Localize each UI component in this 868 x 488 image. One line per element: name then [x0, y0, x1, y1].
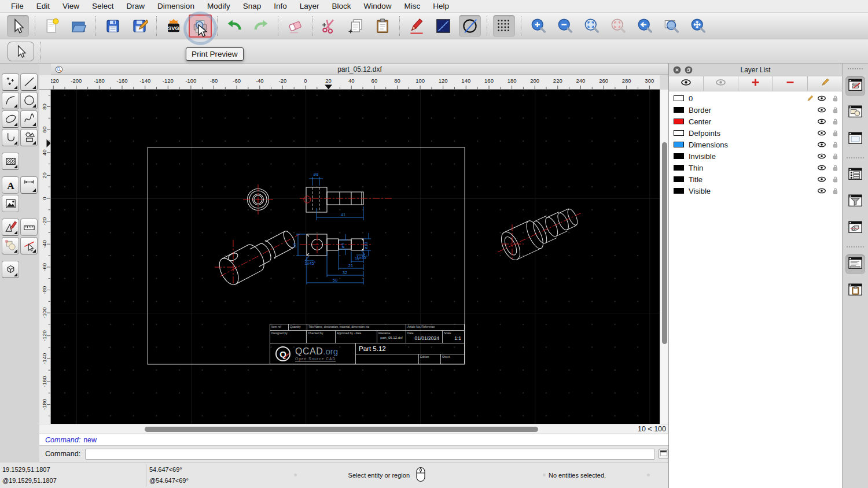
show-all-layers-button[interactable] — [669, 76, 704, 91]
arc-tools-button[interactable] — [2, 92, 19, 109]
hide-all-layers-button[interactable] — [704, 76, 738, 91]
open-drawing-button[interactable] — [68, 15, 90, 37]
clipboard-toggle-button[interactable] — [845, 281, 865, 301]
layer-visibility-eye-icon[interactable] — [817, 94, 826, 103]
layer-lock-icon[interactable] — [831, 175, 840, 184]
zoom-out-button[interactable] — [554, 15, 576, 37]
hatch-tool-button[interactable] — [2, 153, 19, 170]
image-tool-button[interactable] — [2, 195, 19, 212]
library-browser-toggle-button[interactable] — [845, 219, 865, 238]
line-settings-button[interactable] — [432, 15, 454, 37]
menu-help[interactable]: Help — [426, 0, 455, 13]
layer-visibility-eye-icon[interactable] — [817, 128, 826, 138]
sketch-tools-button[interactable] — [2, 219, 19, 236]
copy-button[interactable] — [345, 15, 367, 37]
edit-layer-button[interactable] — [808, 76, 842, 91]
modify-tools-button[interactable] — [2, 237, 19, 254]
dimension-tools-button[interactable] — [20, 176, 38, 194]
save-drawing-button[interactable] — [102, 15, 124, 37]
text-tool-button[interactable]: A — [2, 176, 19, 194]
selection-pointer-button[interactable] — [8, 42, 34, 61]
drawing-canvas[interactable]: ø8 41 18 ø9 ø10 1x45° 1x45° 11 21 32 50 … — [51, 90, 660, 424]
layer-panel-header[interactable]: Layer List — [669, 64, 842, 76]
construction-mode-button[interactable] — [459, 15, 481, 37]
layer-lock-icon[interactable] — [831, 94, 840, 103]
point-tools-button[interactable] — [2, 73, 19, 91]
layer-lock-icon[interactable] — [831, 164, 840, 172]
viewport-tools-button[interactable] — [2, 261, 19, 278]
grid-toggle-button[interactable] — [493, 15, 515, 37]
command-options-button[interactable] — [659, 449, 668, 459]
measure-tools-button[interactable] — [20, 219, 38, 236]
menu-misc[interactable]: Misc — [398, 0, 427, 13]
redo-button[interactable] — [250, 15, 272, 37]
menu-layer[interactable]: Layer — [293, 0, 326, 13]
add-layer-button[interactable] — [738, 76, 773, 91]
undo-button[interactable] — [223, 15, 245, 37]
spline-tools-button[interactable] — [20, 110, 38, 128]
layer-lock-icon[interactable] — [831, 187, 840, 195]
menu-select[interactable]: Select — [86, 0, 120, 13]
layer-visibility-eye-icon[interactable] — [817, 186, 826, 195]
polyline-tools-button[interactable] — [2, 129, 19, 146]
layer-visibility-eye-icon[interactable] — [817, 117, 826, 126]
draw-order-button[interactable] — [406, 15, 428, 37]
zoom-in-button[interactable] — [527, 15, 549, 37]
close-panel-icon[interactable] — [672, 65, 682, 75]
delete-entities-button[interactable] — [284, 15, 306, 37]
layer-row-Thin[interactable]: Thin — [669, 162, 842, 173]
menu-modify[interactable]: Modify — [201, 0, 237, 13]
layer-row-Visible[interactable]: Visible — [669, 185, 842, 197]
layer-lock-icon[interactable] — [831, 117, 840, 126]
print-preview-button[interactable]: Print Preview — [189, 15, 211, 37]
float-panel-icon[interactable] — [684, 65, 693, 75]
new-drawing-button[interactable] — [41, 15, 63, 37]
vertical-scrollbar[interactable] — [660, 90, 668, 424]
menu-draw[interactable]: Draw — [120, 0, 152, 13]
layer-list-toggle-button[interactable] — [845, 76, 865, 96]
ellipse-tools-button[interactable] — [2, 110, 19, 128]
remove-layer-button[interactable] — [773, 76, 808, 91]
paste-button[interactable] — [372, 15, 393, 37]
menu-edit[interactable]: Edit — [30, 0, 56, 13]
layer-visibility-eye-icon[interactable] — [817, 163, 826, 172]
cut-button[interactable] — [318, 15, 340, 37]
layer-lock-icon[interactable] — [831, 152, 840, 161]
layer-row-Title[interactable]: Title — [669, 173, 842, 185]
window-zoom-button[interactable] — [660, 15, 682, 37]
layer-row-Center[interactable]: Center — [669, 116, 842, 127]
layer-visibility-eye-icon[interactable] — [817, 151, 826, 161]
layer-visibility-eye-icon[interactable] — [817, 175, 826, 184]
menu-dimension[interactable]: Dimension — [151, 0, 201, 13]
menu-snap[interactable]: Snap — [237, 0, 268, 13]
layer-lock-icon[interactable] — [831, 106, 840, 114]
menu-info[interactable]: Info — [267, 0, 293, 13]
layer-visibility-eye-icon[interactable] — [817, 105, 826, 114]
vscroll-thumb[interactable] — [662, 142, 667, 344]
layer-row-0[interactable]: 0 — [669, 93, 842, 104]
menu-block[interactable]: Block — [326, 0, 358, 13]
command-line-toggle-button[interactable] — [845, 254, 865, 274]
menu-view[interactable]: View — [56, 0, 86, 13]
save-drawing-as-button[interactable] — [128, 15, 150, 37]
layer-lock-icon[interactable] — [831, 141, 840, 149]
layer-row-Dimensions[interactable]: Dimensions — [669, 139, 842, 150]
layer-lock-icon[interactable] — [831, 129, 840, 138]
selection-filter-toggle-button[interactable] — [845, 192, 865, 212]
shape-tools-button[interactable] — [20, 129, 38, 146]
hscroll-thumb[interactable] — [145, 427, 538, 432]
line-tools-button[interactable] — [20, 73, 38, 91]
menu-window[interactable]: Window — [358, 0, 398, 13]
menu-file[interactable]: File — [5, 0, 30, 13]
layer-row-Border[interactable]: Border — [669, 104, 842, 116]
layer-visibility-eye-icon[interactable] — [817, 140, 826, 149]
previous-view-button[interactable] — [634, 15, 656, 37]
command-input[interactable] — [85, 449, 655, 460]
selection-tool-button[interactable] — [7, 15, 29, 37]
svg-export-button[interactable]: SVG — [163, 15, 185, 37]
circle-tools-button[interactable] — [20, 92, 38, 109]
pan-zoom-button[interactable] — [687, 15, 709, 37]
layer-row-Invisible[interactable]: Invisible — [669, 150, 842, 162]
view-list-toggle-button[interactable] — [845, 130, 865, 149]
block-list-toggle-button[interactable] — [845, 103, 865, 123]
